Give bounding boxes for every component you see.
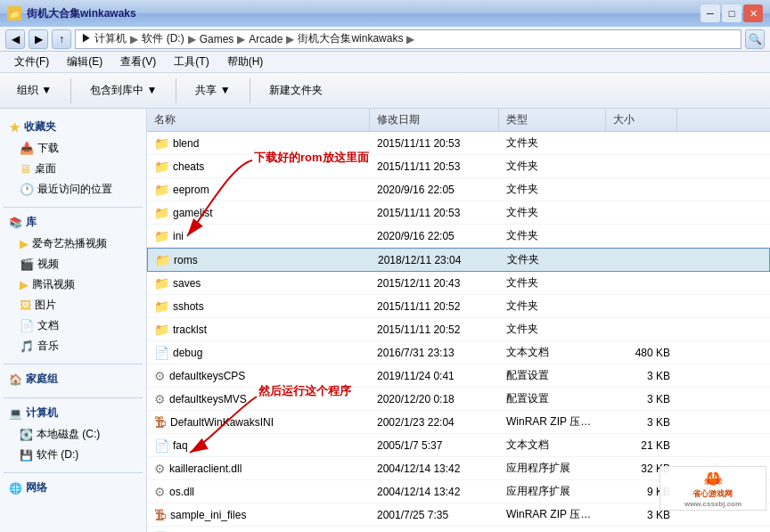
share-button[interactable]: 共享 ▼ [185,76,240,106]
col-header-name[interactable]: 名称 [147,109,370,131]
sidebar-item-video[interactable]: 🎬 视频 [4,254,143,274]
file-type: 文件夹 [499,157,606,176]
file-size: 3 KB [606,414,677,430]
sidebar-item-documents[interactable]: 📄 文档 [4,315,143,336]
toolbar-sep1 [70,78,71,103]
table-row[interactable]: 📄 faq 2005/1/7 5:37 文本文档 21 KB [147,434,770,457]
computer-label: 计算机 [26,405,58,421]
file-name-cell: ⚙ os.dll [147,483,370,501]
minimize-button[interactable]: ─ [700,4,720,22]
maximize-button[interactable]: □ [722,4,741,22]
file-type: 应用程序扩展 [499,459,606,478]
file-size [606,328,677,331]
table-row[interactable]: 📄 debug 2016/7/31 23:13 文本文档 480 KB [147,341,770,364]
file-type: WinRAR ZIP 压缩... [499,505,606,524]
file-name: sample_ini_files [170,509,246,521]
sidebar-documents-label: 文档 [37,318,59,333]
forward-button[interactable]: ▶ [29,29,48,49]
file-size [606,188,677,192]
file-type-icon: ⚙ [154,485,166,499]
share-label: 共享 ▼ [195,83,230,98]
file-type-icon: 📁 [154,136,169,151]
table-row[interactable]: 📁 blend 2015/11/11 20:53 文件夹 [147,132,770,155]
file-type-icon: 📁 [154,229,169,243]
file-type: 文本文档 [499,528,606,532]
sidebar-item-music[interactable]: 🎵 音乐 [4,336,143,356]
address-path[interactable]: ▶ 计算机 ▶ 软件 (D:) ▶ Games ▶ Arcade ▶ 街机大合集… [75,29,741,49]
path-arcade: Arcade [249,33,283,45]
sidebar-item-desktop[interactable]: 🖥 桌面 [4,159,143,179]
computer-header: 💻 计算机 [4,402,143,424]
library-header: 📚 库 [4,211,143,233]
menu-tools[interactable]: 工具(T) [167,53,216,71]
file-type-icon: 📁 [154,206,169,220]
address-bar: ◀ ▶ ↑ ▶ 计算机 ▶ 软件 (D:) ▶ Games ▶ Arcade ▶… [0,27,770,52]
menu-edit[interactable]: 编辑(E) [60,53,110,71]
divider3 [4,397,143,398]
back-button[interactable]: ◀ [5,29,25,49]
include-library-label: 包含到库中 ▼ [90,83,157,98]
sidebar-item-tencent[interactable]: ▶ 腾讯视频 [4,274,143,295]
network-icon: 🌐 [9,482,22,495]
file-type-icon: 🗜 [154,415,167,430]
col-header-type[interactable]: 类型 [499,109,606,131]
computer-section: 💻 计算机 💽 本地磁盘 (C:) 💾 软件 (D:) [4,402,143,465]
file-type: 配置设置 [499,389,606,408]
file-name: ini [173,230,184,242]
table-row[interactable]: 📄 whatsnew 2007/12/31 18:27 文本文档 60 KB [147,527,770,532]
file-name: sshots [173,300,204,313]
table-row[interactable]: 📁 tracklst 2015/11/11 20:52 文件夹 [147,318,770,341]
sidebar-item-c-drive[interactable]: 💽 本地磁盘 (C:) [4,424,143,445]
file-name: defaultkeysMVS [169,393,247,405]
include-library-button[interactable]: 包含到库中 ▼ [80,76,167,106]
library-label: 库 [26,215,37,230]
file-date: 2015/11/11 20:53 [370,159,499,175]
menu-file[interactable]: 文件(F) [7,53,56,71]
sidebar-item-d-drive[interactable]: 💾 软件 (D:) [4,445,143,465]
file-name-cell: 🗜 sample_ini_files [147,506,370,524]
sidebar-item-download[interactable]: 📥 下载 [4,138,143,159]
divider4 [4,472,143,473]
organize-button[interactable]: 组织 ▼ [7,76,61,106]
pictures-icon: 🖼 [20,299,31,312]
sidebar-item-recent[interactable]: 🕐 最近访问的位置 [4,179,143,200]
table-row[interactable]: 📁 saves 2015/12/11 20:43 文件夹 [147,272,770,295]
sidebar-item-iqiyi[interactable]: ▶ 爱奇艺热播视频 [4,233,143,254]
file-date: 2015/11/11 20:52 [370,322,499,338]
path-games: Games [200,33,234,45]
file-name-cell: ⚙ defaultkeysCPS [147,367,370,385]
menu-view[interactable]: 查看(V) [113,53,163,71]
sidebar-item-pictures[interactable]: 🖼 图片 [4,295,143,315]
d-drive-label: 软件 (D:) [37,447,78,462]
up-button[interactable]: ↑ [52,29,71,49]
table-row[interactable]: 📁 cheats 2015/11/11 20:53 文件夹 [147,155,770,178]
table-row[interactable]: 📁 sshots 2015/11/11 20:52 文件夹 [147,295,770,318]
annotation-roms: 下载好的rom放这里面 [254,150,369,166]
sidebar-music-label: 音乐 [37,339,59,354]
window-controls: ─ □ ✕ [700,4,763,22]
file-name: DefaultWinKawaksINI [170,416,274,429]
table-row[interactable]: 📁 gamelist 2015/11/11 20:53 文件夹 [147,201,770,225]
table-row[interactable]: ⚙ defaultkeysMVS 2020/12/20 0:18 配置设置 3 … [147,388,770,411]
menu-help[interactable]: 帮助(H) [220,53,271,71]
col-header-date[interactable]: 修改日期 [370,109,499,131]
path-drive: 软件 (D:) [142,31,184,46]
file-size [606,211,677,215]
table-row[interactable]: 📁 roms 2018/12/11 23:04 文件夹 [147,248,770,272]
table-row[interactable]: 🗜 DefaultWinKawaksINI 2002/1/23 22:04 Wi… [147,411,770,434]
file-name: eeprom [173,184,209,196]
search-button[interactable]: 🔍 [745,29,765,49]
file-name: cheats [173,160,204,173]
file-date: 2002/1/23 22:04 [370,414,499,430]
close-button[interactable]: ✕ [743,4,763,22]
path-computer: ▶ 计算机 [81,31,127,46]
col-header-size[interactable]: 大小 [606,109,677,131]
file-date: 2020/12/20 0:18 [370,391,499,407]
new-folder-button[interactable]: 新建文件夹 [259,76,332,106]
table-row[interactable]: 📁 eeprom 2020/9/16 22:05 文件夹 [147,178,770,201]
menu-bar: 文件(F) 编辑(E) 查看(V) 工具(T) 帮助(H) [0,52,770,73]
table-row[interactable]: ⚙ defaultkeysCPS 2019/11/24 0:41 配置设置 3 … [147,364,770,388]
file-type: WinRAR ZIP 压缩... [499,413,606,431]
homegroup-label: 家庭组 [26,372,58,387]
table-row[interactable]: 📁 ini 2020/9/16 22:05 文件夹 [147,225,770,248]
